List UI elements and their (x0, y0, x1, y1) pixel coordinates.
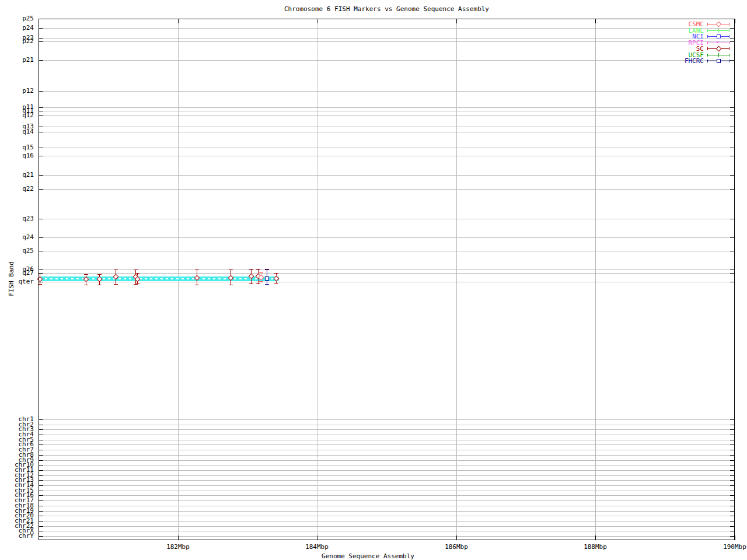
x-tick-bottom (456, 536, 457, 540)
error-bar-cap-top (274, 273, 278, 274)
gridline-horizontal (39, 521, 735, 522)
y-tick-left (39, 444, 43, 445)
y-tick-right (730, 175, 735, 176)
y-tick-right (730, 419, 735, 420)
y-tick-label: p22 (1, 38, 34, 44)
gridline-horizontal (39, 435, 735, 435)
gridline-horizontal (39, 450, 735, 450)
y-tick-left (39, 470, 43, 471)
y-tick-left (39, 526, 43, 527)
gridline-horizontal (39, 127, 735, 127)
x-tick-label: 182Mbp (155, 543, 201, 551)
y-tick-left (39, 270, 43, 270)
marker-diamond (716, 22, 722, 27)
y-tick-left (39, 175, 43, 176)
y-tick-right (730, 501, 735, 501)
y-tick-left (39, 435, 43, 435)
y-tick-right (730, 60, 735, 61)
legend-sample (707, 28, 729, 33)
y-tick-right (730, 425, 735, 425)
error-bar-cap-top (84, 274, 88, 275)
y-tick-right (730, 444, 735, 445)
error-bar-cap-bottom (38, 284, 42, 285)
x-tick-label: 186Mbp (433, 543, 480, 551)
y-tick-right (730, 41, 735, 42)
y-tick-label: p12 (1, 88, 34, 94)
gridline-horizontal (39, 270, 735, 270)
y-tick-left (39, 485, 43, 486)
y-tick-left (39, 127, 43, 127)
gridline-vertical (317, 19, 317, 540)
x-tick-label: 190Mbp (711, 543, 747, 551)
error-bar-cap-bottom (114, 284, 118, 285)
marker-plus (717, 30, 721, 31)
gridline-horizontal (39, 480, 735, 481)
error-bar-cap-top (249, 269, 253, 270)
gridline-horizontal (39, 491, 735, 491)
x-tick-top (178, 19, 179, 23)
y-tick-left (39, 511, 43, 512)
y-tick-left (39, 273, 43, 274)
y-tick-left (39, 429, 43, 430)
gridline-horizontal (39, 60, 735, 61)
error-bar-cap-top (229, 270, 233, 270)
gridline-horizontal (39, 189, 735, 190)
gridline-horizontal (39, 425, 735, 425)
y-axis-tick-labels: p25p24p23p22p21p12p11q11q12q13q14q15q16q… (1, 0, 34, 560)
gridline-horizontal (39, 485, 735, 486)
legend-label: FHCRC (685, 57, 704, 65)
gridline-horizontal (39, 511, 735, 512)
gridline-horizontal (39, 116, 735, 116)
y-tick-left (39, 419, 43, 420)
marker-diamond (716, 46, 722, 52)
x-tick-label: 188Mbp (572, 543, 619, 551)
gridline-horizontal (39, 237, 735, 238)
gridline-horizontal (39, 175, 735, 176)
y-tick-left (39, 111, 43, 111)
y-tick-right (730, 429, 735, 430)
y-tick-right (730, 516, 735, 516)
error-bar-cap-bottom (249, 284, 253, 284)
error-bar-cap-top (259, 272, 263, 273)
y-tick-right (730, 282, 735, 282)
gridline-horizontal (39, 470, 735, 471)
y-tick-left (39, 516, 43, 516)
y-tick-left (39, 465, 43, 466)
y-tick-left (39, 107, 43, 108)
x-tick-top (456, 19, 457, 23)
error-bar-cap-bottom (256, 284, 260, 284)
legend-sample: × (707, 40, 729, 46)
gridline-horizontal (39, 526, 735, 527)
y-tick-left (39, 28, 43, 29)
y-tick-right (730, 480, 735, 481)
y-tick-label: chrY (1, 533, 34, 539)
gridline-horizontal (39, 444, 735, 445)
legend-sample (707, 58, 729, 64)
y-tick-left (39, 189, 43, 190)
y-tick-left (39, 506, 43, 506)
gridline-horizontal (39, 429, 735, 430)
y-tick-label: q12 (1, 113, 34, 118)
y-tick-right (730, 270, 735, 270)
gridline-horizontal (39, 516, 735, 516)
y-tick-right (730, 495, 735, 496)
x-axis-tick-labels: 182Mbp184Mbp186Mbp188Mbp190Mbp (39, 543, 735, 551)
legend-sample (707, 22, 729, 27)
y-tick-right (730, 485, 735, 486)
y-tick-left (39, 440, 43, 440)
y-tick-left (39, 521, 43, 522)
y-tick-left (39, 480, 43, 481)
y-tick-left (39, 491, 43, 491)
error-bar-cap-bottom (274, 283, 278, 284)
y-tick-left (39, 495, 43, 496)
y-tick-left (39, 38, 43, 38)
y-tick-left (39, 41, 43, 42)
gridline-vertical (456, 19, 457, 540)
y-tick-right (730, 107, 735, 108)
gridline-horizontal (39, 273, 735, 274)
y-tick-right (730, 111, 735, 111)
error-bar-cap-bottom (195, 285, 199, 285)
gridline-horizontal (39, 251, 735, 251)
y-tick-right (730, 148, 735, 148)
y-tick-right (730, 506, 735, 506)
